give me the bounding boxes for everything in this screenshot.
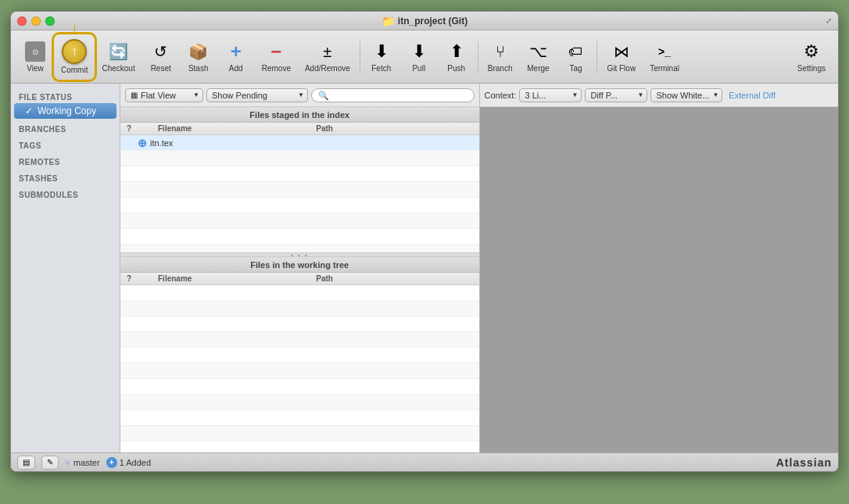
app-window: 📁 itn_project (Git) ⤢ ⊙ View ↓ ↑ Commit … (10, 11, 839, 472)
gitflow-button[interactable]: ⋈ Git Flow (600, 35, 642, 79)
view-dropdown[interactable]: ▦ Flat View ▼ (125, 88, 203, 102)
merge-button[interactable]: ⌥ Merge (520, 35, 556, 79)
empty-row-6 (120, 229, 479, 245)
tag-button[interactable]: 🏷 Tag (557, 35, 593, 79)
remove-button[interactable]: − Remove (256, 35, 297, 79)
stash-button[interactable]: 📦 Stash (181, 35, 217, 79)
branches-title: BRANCHES (11, 122, 120, 135)
diff-dropdown[interactable]: Diff P... ▼ (585, 88, 647, 102)
branch-display: ⑂ master (65, 458, 100, 467)
stashes-title: STASHES (11, 171, 120, 184)
worktree-header: Files in the working tree (120, 257, 479, 273)
added-count: 1 Added (120, 458, 151, 467)
expand-button[interactable]: ⤢ (826, 16, 832, 25)
reset-button[interactable]: ↺ Reset (143, 35, 179, 79)
title-bar: 📁 itn_project (Git) ⤢ (11, 12, 838, 30)
staged-file-row[interactable]: ⊕ itn.tex (120, 135, 479, 151)
tags-section: TAGS (11, 138, 120, 152)
view-dropdown-arrow: ▼ (193, 91, 199, 98)
remotes-title: REMOTES (11, 155, 120, 168)
fetch-button[interactable]: ⬇ Fetch (364, 35, 399, 79)
terminal-button[interactable]: >_ Terminal (643, 35, 686, 79)
pending-dropdown-arrow: ▼ (298, 91, 304, 98)
branch-status-icon: ⑂ (65, 458, 70, 467)
staged-path-col: Path (316, 124, 474, 133)
branch-button[interactable]: ⑂ Branch (482, 35, 519, 79)
add-label: Add (229, 64, 243, 73)
view-button[interactable]: ⊙ View (17, 35, 53, 79)
checkout-icon: 🔄 (108, 41, 130, 63)
reset-icon: ↺ (150, 41, 172, 63)
settings-label: Settings (797, 64, 826, 73)
pull-button[interactable]: ⬇ Pull (401, 35, 437, 79)
minimize-button[interactable] (31, 16, 41, 26)
file-status-title: FILE STATUS (11, 90, 120, 103)
wt-empty-row-4 (120, 332, 479, 348)
branch-name: master (73, 458, 100, 467)
file-panel-toolbar: ▦ Flat View ▼ Show Pending ▼ (120, 84, 479, 107)
commit-wrapper: ↓ ↑ Commit (55, 35, 94, 79)
staged-list-header: ? Filename Path (120, 123, 479, 135)
commit-icon: ↑ (62, 39, 87, 64)
push-button[interactable]: ⬆ Push (439, 35, 475, 79)
panel-toggle-icon: ▤ (23, 458, 30, 466)
stash-label: Stash (188, 64, 209, 73)
diff-panel: Context: 3 Li... ▼ Diff P... ▼ Show Whit… (480, 84, 839, 452)
settings-button[interactable]: ⚙ Settings (791, 35, 832, 79)
window-title: 📁 itn_project (Git) (382, 15, 467, 27)
context-label: Context: (485, 91, 517, 100)
checkout-button[interactable]: 🔄 Checkout (95, 35, 141, 79)
remotes-section: REMOTES (11, 155, 120, 168)
tag-label: Tag (569, 64, 582, 73)
pending-dropdown[interactable]: Show Pending ▼ (206, 88, 308, 102)
pull-icon: ⬇ (408, 41, 430, 63)
tags-title: TAGS (11, 138, 120, 152)
search-input[interactable] (311, 88, 475, 102)
folder-icon: 📁 (382, 15, 395, 27)
add-button[interactable]: + Add (218, 35, 254, 79)
edit-button[interactable]: ✎ (41, 456, 59, 470)
added-icon: + (106, 457, 117, 468)
diff-dropdown-arrow: ▼ (638, 91, 644, 98)
stash-icon: 📦 (188, 41, 210, 63)
sidebar-item-working-copy[interactable]: ✓ Working Copy (14, 103, 116, 119)
addremove-button[interactable]: ± Add/Remove (299, 35, 356, 79)
panel-toggle-button[interactable]: ▤ (17, 456, 35, 470)
tag-icon: 🏷 (564, 41, 586, 63)
wt-empty-row-6 (120, 363, 479, 379)
added-badge: + 1 Added (106, 457, 151, 468)
staged-file-list: ⊕ itn.tex (120, 135, 479, 252)
external-diff-button[interactable]: External Diff (725, 89, 779, 102)
staged-header: Files staged in the index (120, 107, 479, 123)
view-icon: ⊙ (24, 41, 46, 63)
main-content: FILE STATUS ✓ Working Copy BRANCHES TAGS… (11, 84, 838, 452)
worktree-file-list (120, 285, 479, 452)
wt-empty-row-10 (120, 426, 479, 441)
context-dropdown[interactable]: 3 Li... ▼ (519, 88, 582, 102)
reset-label: Reset (151, 64, 171, 73)
staged-status-col: ? (125, 124, 141, 133)
worktree-status-col: ? (125, 274, 141, 283)
wt-empty-row-5 (120, 348, 479, 363)
fetch-icon: ⬇ (371, 41, 392, 63)
terminal-icon: >_ (654, 41, 675, 63)
whitespace-dropdown[interactable]: Show White... ▼ (650, 88, 722, 102)
empty-row-5 (120, 213, 479, 229)
checkout-label: Checkout (102, 64, 134, 73)
gitflow-icon: ⋈ (611, 41, 632, 63)
file-name: itn.tex (150, 138, 312, 148)
toolbar-separator-2 (478, 41, 478, 73)
file-add-icon: ⊕ (138, 137, 150, 149)
branches-section: BRANCHES (11, 122, 120, 135)
sidebar: FILE STATUS ✓ Working Copy BRANCHES TAGS… (11, 84, 120, 452)
empty-row-4 (120, 198, 479, 213)
empty-row-2 (120, 166, 479, 182)
close-button[interactable] (17, 16, 27, 26)
wt-empty-row-1 (120, 285, 479, 301)
context-dropdown-arrow: ▼ (572, 91, 579, 98)
commit-button[interactable]: ↑ Commit (55, 35, 94, 79)
maximize-button[interactable] (45, 16, 55, 26)
settings-icon: ⚙ (801, 41, 822, 63)
remove-label: Remove (262, 64, 291, 73)
view-label: View (27, 64, 44, 73)
